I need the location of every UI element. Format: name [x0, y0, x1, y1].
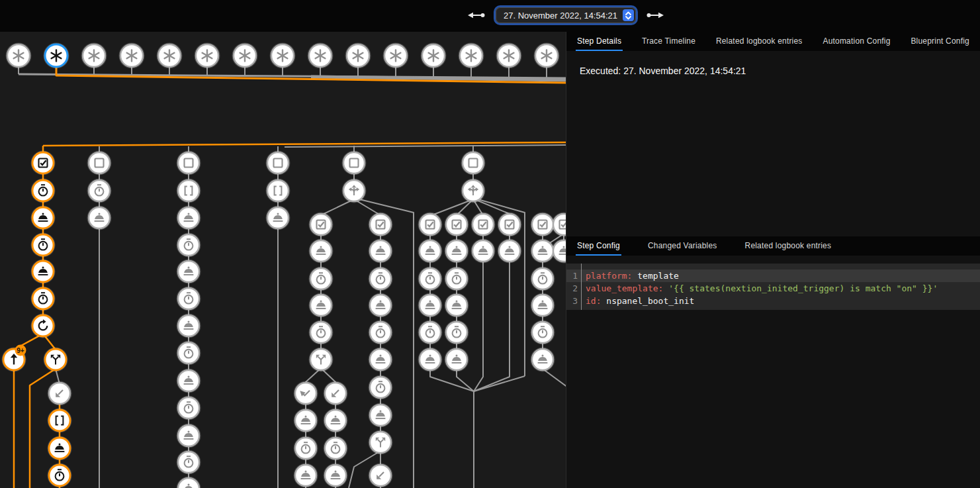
- trace-node-bell[interactable]: [31, 260, 56, 284]
- trace-node-bell[interactable]: [309, 239, 334, 264]
- trace-node-timer[interactable]: [31, 287, 56, 311]
- trace-node-bell[interactable]: [531, 348, 555, 372]
- trace-node-asterisk[interactable]: [119, 43, 145, 69]
- trace-node-asterisk[interactable]: [421, 43, 447, 69]
- trace-node-timer[interactable]: [31, 233, 56, 258]
- trace-node-asterisk-selected[interactable]: [44, 43, 69, 69]
- trace-node-repeat[interactable]: [31, 314, 56, 338]
- trace-node-arrow-bl[interactable]: [48, 381, 72, 406]
- trace-node-square[interactable]: [461, 151, 486, 175]
- trace-node-timer[interactable]: [177, 450, 201, 475]
- trace-node-split[interactable]: [369, 430, 393, 455]
- trace-node-bell[interactable]: [177, 424, 201, 448]
- trace-node-bell[interactable]: [471, 239, 496, 264]
- trace-node-timer[interactable]: [324, 436, 348, 461]
- trace-node-asterisk[interactable]: [81, 43, 107, 69]
- trace-node-bell[interactable]: [177, 260, 201, 284]
- trace-node-brackets[interactable]: [266, 179, 290, 203]
- trace-node-bell[interactable]: [418, 348, 443, 372]
- trace-node-arrow-bl[interactable]: [324, 381, 348, 406]
- trace-node-timer[interactable]: [294, 436, 318, 461]
- trace-node-split[interactable]: [44, 348, 68, 372]
- trace-node-bell[interactable]: [369, 239, 393, 264]
- trace-node-asterisk[interactable]: [195, 43, 220, 69]
- tab-blueprint-config[interactable]: Blueprint Config: [909, 32, 971, 51]
- trace-node-bell[interactable]: [369, 293, 393, 318]
- trace-node-bell[interactable]: [531, 293, 555, 318]
- trace-node-bell[interactable]: [445, 348, 469, 372]
- trace-node-checkbox[interactable]: [418, 213, 443, 237]
- trace-node-timer[interactable]: [418, 267, 443, 291]
- previous-trace-button[interactable]: [467, 9, 486, 21]
- code-line-3[interactable]: 3id: nspanel_boot_init: [566, 295, 980, 307]
- trace-node-timer[interactable]: [369, 267, 393, 291]
- tab-step-details[interactable]: Step Details: [576, 32, 623, 51]
- trace-node-brackets[interactable]: [48, 409, 72, 433]
- tab-related-logbook-entries[interactable]: Related logbook entries: [715, 32, 804, 51]
- next-trace-button[interactable]: [645, 9, 665, 21]
- trace-node-asterisk[interactable]: [157, 43, 183, 69]
- trace-node-bell[interactable]: [369, 348, 393, 372]
- trace-node-bell[interactable]: [177, 369, 201, 393]
- trace-node-asterisk[interactable]: [534, 43, 560, 69]
- trace-node-checkbox[interactable]: [531, 213, 555, 237]
- trace-node-timer[interactable]: [48, 464, 72, 488]
- trace-node-timer[interactable]: [309, 267, 334, 291]
- trace-node-checkbox[interactable]: [369, 213, 393, 237]
- trace-node-bell[interactable]: [445, 293, 469, 318]
- trace-node-timer[interactable]: [31, 179, 56, 203]
- trace-node-bell[interactable]: [294, 464, 318, 488]
- trace-node-split[interactable]: [309, 348, 334, 372]
- trace-node-bell[interactable]: [294, 409, 318, 433]
- trace-node-checkbox[interactable]: [445, 213, 469, 237]
- trace-node-asterisk[interactable]: [270, 43, 296, 69]
- trace-node-bell[interactable]: [498, 239, 522, 264]
- subtab-step-config[interactable]: Step Config: [576, 236, 621, 256]
- trace-node-asterisk[interactable]: [232, 43, 258, 69]
- trace-node-bell[interactable]: [531, 239, 555, 264]
- trace-node-checkbox[interactable]: [552, 213, 566, 237]
- trace-node-arrow-check[interactable]: [294, 381, 318, 406]
- trace-node-asterisk[interactable]: [383, 43, 409, 69]
- trace-node-bell[interactable]: [552, 239, 566, 264]
- trace-node-bell[interactable]: [369, 403, 393, 428]
- trace-node-bell[interactable]: [177, 206, 201, 230]
- code-line-1[interactable]: 1platform: template: [566, 269, 980, 282]
- yaml-code-editor[interactable]: 1platform: template2value_template: '{{ …: [566, 264, 980, 310]
- trace-node-bell[interactable]: [309, 293, 334, 318]
- trace-node-timer[interactable]: [531, 267, 555, 291]
- trace-node-checkbox[interactable]: [309, 213, 334, 237]
- trace-node-timer[interactable]: [445, 320, 469, 345]
- trace-node-bell[interactable]: [445, 239, 469, 264]
- trace-node-choose[interactable]: [342, 179, 367, 203]
- trace-timestamp-select[interactable]: 27. November 2022, 14:54:21: [496, 7, 636, 23]
- trace-node-asterisk[interactable]: [308, 43, 334, 69]
- subtab-related-logbook-entries[interactable]: Related logbook entries: [744, 236, 833, 256]
- trace-node-timer[interactable]: [177, 341, 201, 366]
- trace-node-choose[interactable]: [461, 179, 486, 203]
- trace-node-bell[interactable]: [177, 314, 201, 338]
- trace-node-bell[interactable]: [48, 436, 72, 461]
- trace-node-square[interactable]: [342, 151, 367, 175]
- trace-node-timer[interactable]: [309, 320, 334, 345]
- trace-node-timer[interactable]: [418, 320, 443, 345]
- trace-node-timer[interactable]: [177, 287, 201, 311]
- trace-node-bell[interactable]: [266, 206, 290, 230]
- trace-node-square[interactable]: [177, 151, 201, 175]
- trace-node-bell[interactable]: [324, 409, 348, 433]
- trace-node-timer[interactable]: [369, 320, 393, 345]
- trace-node-checkbox[interactable]: [498, 213, 522, 237]
- trace-node-checkbox[interactable]: [31, 151, 56, 175]
- trace-node-square[interactable]: [266, 151, 290, 175]
- trace-node-bell[interactable]: [177, 477, 201, 488]
- trace-node-bell[interactable]: [324, 464, 348, 488]
- trace-node-timer[interactable]: [369, 375, 393, 400]
- trace-node-bell[interactable]: [418, 293, 443, 318]
- trace-node-asterisk[interactable]: [459, 43, 484, 69]
- tab-trace-timeline[interactable]: Trace Timeline: [641, 32, 697, 51]
- subtab-changed-variables[interactable]: Changed Variables: [646, 236, 719, 256]
- trace-node-bell[interactable]: [418, 239, 443, 264]
- trace-node-checkbox[interactable]: [471, 213, 496, 237]
- trace-node-timer[interactable]: [177, 396, 201, 420]
- trace-node-timer[interactable]: [445, 267, 469, 291]
